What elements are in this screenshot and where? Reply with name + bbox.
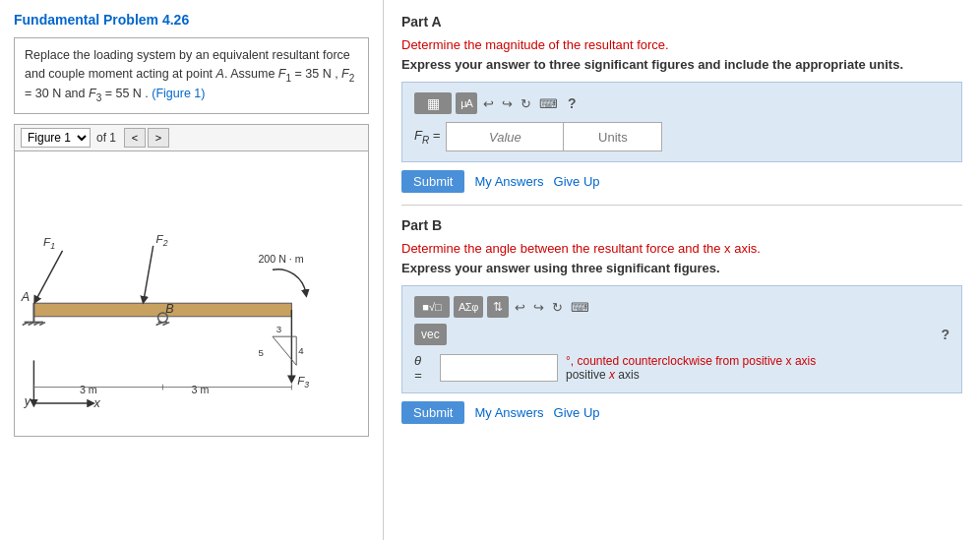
undo-icon[interactable]: ↩ — [481, 96, 496, 111]
svg-text:200 N · m: 200 N · m — [258, 253, 303, 265]
svg-text:F1: F1 — [43, 235, 55, 251]
figure-controls: Figure 1 of 1 < > — [14, 124, 369, 151]
svg-text:3 m: 3 m — [80, 384, 97, 395]
part-a-action-row: Submit My Answers Give Up — [401, 170, 962, 193]
vec-button[interactable]: vec — [414, 324, 447, 345]
svg-rect-0 — [33, 303, 291, 317]
figure-box: A B F1 F2 3 4 — [14, 151, 369, 437]
part-b-toolbar: ■√□ ΑΣφ ⇅ ↩ ↪ ↻ ⌨ — [414, 296, 949, 318]
part-a-instruction: Express your answer to three significant… — [401, 57, 962, 72]
svg-text:A: A — [21, 290, 30, 304]
svg-text:F2: F2 — [156, 232, 168, 248]
part-b-my-answers-link[interactable]: My Answers — [474, 405, 543, 420]
right-panel: Part A Determine the magnitude of the re… — [384, 0, 980, 540]
part-b-grid-button[interactable]: ■√□ — [414, 296, 450, 318]
part-a-answer-box: ▦ μA ↩ ↪ ↻ ⌨ ? FR = — [401, 82, 962, 162]
part-b-submit-button[interactable]: Submit — [401, 401, 464, 424]
vec-row: vec ? — [414, 324, 949, 345]
part-divider — [401, 205, 962, 206]
part-b-give-up-link[interactable]: Give Up — [554, 405, 600, 420]
theta-label: θ= — [414, 353, 432, 383]
part-b-question: Determine the angle between the resultan… — [401, 241, 962, 256]
problem-title: Fundamental Problem 4.26 — [14, 12, 369, 28]
title-rest: Problem 4.26 — [99, 12, 189, 28]
part-b-undo-icon[interactable]: ↩ — [513, 300, 527, 315]
svg-line-13 — [35, 251, 62, 300]
prev-button[interactable]: < — [124, 128, 146, 148]
part-b-instruction: Express your answer using three signific… — [401, 261, 962, 275]
problem-description: Replace the loading system by an equival… — [14, 37, 369, 114]
figure-select[interactable]: Figure 1 — [21, 128, 91, 148]
part-b-redo-icon[interactable]: ↪ — [531, 300, 546, 315]
svg-line-20 — [273, 336, 296, 365]
help-icon[interactable]: ? — [568, 95, 577, 111]
part-b-refresh-icon[interactable]: ↻ — [550, 300, 565, 315]
svg-line-15 — [144, 246, 153, 300]
part-a-input-row: FR = — [414, 122, 949, 151]
keyboard-icon[interactable]: ⌨ — [537, 96, 560, 111]
theta-note: °, counted counterclockwise from positiv… — [566, 354, 816, 382]
part-a-toolbar: ▦ μA ↩ ↪ ↻ ⌨ ? — [414, 92, 949, 114]
diagram-svg: A B F1 F2 3 4 — [15, 151, 368, 436]
part-a-submit-button[interactable]: Submit — [401, 170, 464, 193]
updown-button[interactable]: ⇅ — [487, 296, 509, 318]
next-button[interactable]: > — [148, 128, 169, 148]
part-a-give-up-link[interactable]: Give Up — [554, 174, 600, 189]
part-b-answer-box: ■√□ ΑΣφ ⇅ ↩ ↪ ↻ ⌨ vec ? θ= °, counted co… — [401, 285, 962, 393]
svg-text:4: 4 — [298, 344, 304, 355]
svg-text:3 m: 3 m — [192, 384, 210, 395]
part-b-keyboard-icon[interactable]: ⌨ — [569, 300, 591, 315]
part-b-help-icon[interactable]: ? — [941, 327, 949, 342]
left-panel: Fundamental Problem 4.26 Replace the loa… — [0, 0, 384, 540]
part-b-label: Part B — [401, 217, 962, 233]
svg-text:x: x — [93, 396, 101, 410]
refresh-icon[interactable]: ↻ — [519, 96, 533, 111]
title-highlight: Fundamental — [14, 12, 99, 28]
svg-text:y: y — [24, 394, 31, 408]
svg-text:5: 5 — [258, 346, 263, 357]
part-a-label: Part A — [401, 14, 962, 30]
part-a-my-answers-link[interactable]: My Answers — [474, 174, 543, 189]
value-input[interactable] — [446, 122, 564, 151]
units-input[interactable] — [564, 122, 662, 151]
asigma-button[interactable]: ΑΣφ — [454, 296, 483, 318]
fr-label: FR = — [414, 128, 440, 146]
part-b-action-row: Submit My Answers Give Up — [401, 401, 962, 424]
theta-input[interactable] — [440, 354, 558, 382]
figure-link[interactable]: (Figure 1) — [152, 87, 205, 100]
redo-icon[interactable]: ↪ — [500, 96, 515, 111]
svg-text:3: 3 — [276, 324, 281, 334]
grid-icon-button[interactable]: ▦ — [414, 92, 452, 114]
svg-text:F3: F3 — [297, 373, 309, 389]
mu-a-button[interactable]: μA — [456, 92, 477, 114]
part-a-question: Determine the magnitude of the resultant… — [401, 37, 962, 52]
svg-text:B: B — [165, 302, 173, 316]
figure-of-label: of 1 — [96, 131, 116, 145]
theta-row: θ= °, counted counterclockwise from posi… — [414, 353, 949, 383]
